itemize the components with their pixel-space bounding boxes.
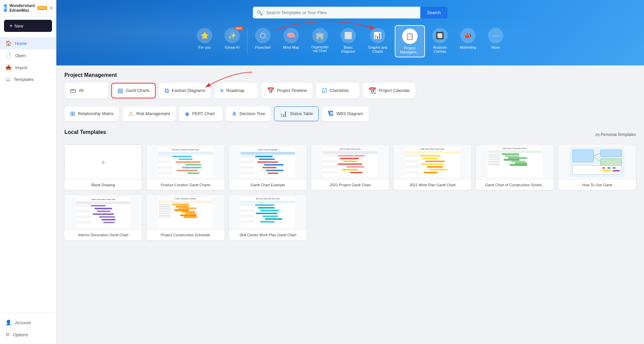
template-2021-project[interactable]: 2021 Project Gantt Chart bbox=[311, 145, 389, 190]
svg-rect-47 bbox=[323, 157, 337, 159]
template-project-construction[interactable]: Project Construction Schedule bbox=[147, 195, 224, 240]
app-name: Wondershare EdrawMax bbox=[9, 3, 35, 13]
svg-rect-160 bbox=[265, 218, 282, 219]
category-mind-map[interactable]: 🧠 Mind Map bbox=[278, 25, 304, 57]
svg-rect-26 bbox=[240, 155, 255, 157]
svg-rect-70 bbox=[421, 163, 444, 165]
sidebar-item-options[interactable]: ⚙ Options bbox=[0, 329, 56, 341]
svg-rect-96 bbox=[573, 150, 593, 162]
template-product-creation[interactable]: Product Creation Gantt Chart bbox=[147, 145, 224, 190]
hero-categories: ⭐ For you ✨ Edraw AI HOT ⬡ Flowchart 🧠 M… bbox=[70, 25, 631, 57]
sidebar-item-import[interactable]: 📥 Import bbox=[0, 61, 56, 73]
svg-rect-54 bbox=[347, 166, 364, 167]
template-2021-work-plan[interactable]: 2021 Work Plan Gantt Chart bbox=[394, 145, 471, 190]
sidebar-footer: 👤 Account ⚙ Options bbox=[0, 313, 56, 344]
relationship-icon: ⊞ bbox=[70, 110, 75, 117]
svg-rect-18 bbox=[177, 170, 198, 171]
status-table-icon: 📊 bbox=[280, 110, 287, 117]
edraw-ai-label: Edraw AI bbox=[225, 45, 239, 49]
svg-rect-69 bbox=[405, 163, 419, 165]
category-basic-diagram[interactable]: ⬜ BasicDiagram bbox=[336, 25, 361, 57]
svg-rect-44 bbox=[323, 154, 337, 157]
svg-rect-90 bbox=[508, 157, 527, 159]
2021-project-svg: 2021 Project Gantt Chart bbox=[315, 146, 385, 178]
svg-rect-157 bbox=[240, 215, 255, 217]
project-calendar-icon: 📆 bbox=[369, 87, 376, 94]
local-templates-title: Local Templates bbox=[64, 129, 106, 135]
svg-rect-14 bbox=[185, 164, 201, 165]
category-for-you[interactable]: ⭐ For you bbox=[192, 25, 217, 57]
roadmap-icon: ≡ bbox=[220, 87, 224, 94]
svg-rect-5 bbox=[158, 152, 172, 155]
category-graphs-charts[interactable]: 📊 Graphs andCharts bbox=[363, 25, 392, 57]
cat-btn-pert[interactable]: ◈ PERT Chart bbox=[179, 106, 223, 121]
template-skill-center[interactable]: Skill Center Work Plan Gantt Chart bbox=[229, 195, 307, 240]
template-gantt-example[interactable]: Gantt Chart Example bbox=[229, 145, 307, 190]
category-marketing[interactable]: 📣 Marketing bbox=[455, 25, 481, 57]
svg-rect-67 bbox=[405, 160, 419, 162]
gantt-icon: ▤ bbox=[117, 87, 123, 94]
svg-rect-28 bbox=[240, 158, 255, 160]
cat-btn-checklists[interactable]: ☑ Checklists bbox=[316, 83, 360, 98]
template-blank[interactable]: + Blank Drawing bbox=[64, 145, 142, 190]
template-how-to-gantt[interactable]: How To Use Gantt bbox=[558, 145, 636, 190]
more-icon: ⋯ bbox=[488, 28, 503, 43]
category-more[interactable]: ⋯ More bbox=[483, 25, 508, 57]
search-button[interactable]: Search bbox=[420, 7, 447, 18]
cat-btn-status-table[interactable]: 📊 Status Table bbox=[274, 106, 319, 121]
skill-center-svg: Skill Center Work Plan Gantt Chart bbox=[233, 197, 303, 228]
cat-btn-decision-tree[interactable]: ⋔ Decision Tree bbox=[226, 106, 271, 121]
svg-rect-142 bbox=[185, 212, 197, 214]
svg-rect-65 bbox=[405, 157, 419, 159]
template-interior-decoration[interactable]: Interior Decoration Gantt Chart bbox=[64, 195, 142, 240]
cat-btn-all[interactable]: 🗃 All bbox=[64, 83, 108, 98]
svg-rect-19 bbox=[158, 172, 172, 174]
sidebar-item-account[interactable]: 👤 Account bbox=[0, 316, 56, 329]
svg-rect-73 bbox=[405, 168, 419, 171]
sidebar-item-home[interactable]: 🏠 Home bbox=[0, 37, 56, 49]
svg-rect-141 bbox=[182, 211, 196, 212]
category-org-chart[interactable]: 🏢 Organizational Chart bbox=[307, 25, 333, 57]
sidebar-item-open[interactable]: 📄 Open bbox=[0, 49, 56, 61]
svg-rect-149 bbox=[240, 203, 255, 206]
svg-rect-52 bbox=[338, 163, 362, 165]
cat-btn-roadmap[interactable]: ≡ Roadmap bbox=[214, 83, 258, 98]
svg-text:Interior Decoration Gantt Char: Interior Decoration Gantt Chart bbox=[91, 198, 115, 200]
svg-rect-140 bbox=[174, 209, 189, 211]
template-grid-row1: + Blank Drawing Product Creation Gantt C… bbox=[64, 145, 636, 190]
category-flowchart[interactable]: ⬡ Flowchart bbox=[250, 25, 276, 57]
open-icon: 📄 bbox=[5, 52, 12, 58]
sidebar-item-templates[interactable]: 🗂 Templates bbox=[0, 73, 56, 85]
cat-btn-status-table-label: Status Table bbox=[290, 111, 313, 116]
template-construction-sched[interactable]: Gantt Chart of Construction Sched... bbox=[476, 145, 553, 190]
content-area: Project Management 🗃 All ▤ Gantt Charts … bbox=[56, 65, 644, 344]
svg-rect-103 bbox=[607, 167, 610, 169]
sidebar-nav: 🏠 Home 📄 Open 📥 Import 🗂 Templates bbox=[0, 35, 56, 313]
search-input[interactable] bbox=[253, 7, 420, 18]
new-tab-button[interactable]: + bbox=[50, 3, 53, 13]
category-edraw-ai[interactable]: ✨ Edraw AI HOT bbox=[220, 25, 245, 57]
checklists-icon: ☑ bbox=[322, 87, 327, 94]
personal-templates-link[interactable]: 🗃 Personal Templates bbox=[595, 132, 636, 137]
cat-btn-risk[interactable]: ⚠ Risk Management bbox=[122, 106, 176, 121]
cat-btn-wbs[interactable]: 🏗 WBS Diagram bbox=[322, 106, 369, 121]
svg-rect-9 bbox=[158, 158, 172, 160]
svg-rect-120 bbox=[99, 216, 115, 217]
search-bar: 🔍 Search bbox=[253, 7, 447, 18]
sidebar-item-open-label: Open bbox=[15, 53, 26, 58]
for-you-label: For you bbox=[198, 45, 211, 49]
cat-btn-project-timeline[interactable]: 📅 Project Timeline bbox=[261, 83, 313, 98]
category-analysis-canvas[interactable]: 🔲 AnalysisCanvas bbox=[428, 25, 452, 57]
cat-btn-kanban[interactable]: ⧉ Kanban Diagrams bbox=[159, 83, 211, 98]
cat-btn-project-calendar[interactable]: 📆 Project Calendar bbox=[363, 83, 416, 98]
svg-rect-153 bbox=[240, 209, 255, 211]
new-button[interactable]: + New bbox=[4, 20, 52, 32]
cat-btn-relationship[interactable]: ⊞ Relationship Matrix bbox=[64, 106, 119, 121]
category-project-mgmt[interactable]: 📋 ProjectManagem... bbox=[395, 25, 425, 57]
mind-map-label: Mind Map bbox=[283, 45, 299, 49]
for-you-icon: ⭐ bbox=[197, 28, 212, 43]
cat-btn-gantt-charts[interactable]: ▤ Gantt Charts bbox=[111, 83, 156, 98]
import-icon: 📥 bbox=[5, 64, 12, 70]
cat-btn-gantt-label: Gantt Charts bbox=[126, 88, 150, 93]
svg-rect-162 bbox=[260, 221, 275, 222]
